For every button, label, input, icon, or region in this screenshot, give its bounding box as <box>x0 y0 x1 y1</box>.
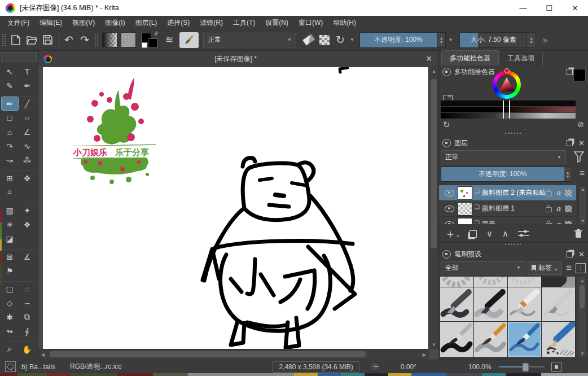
minimize-button[interactable]: — <box>510 0 536 16</box>
alpha-lock-icon[interactable] <box>565 221 572 225</box>
magic-wand-select-tool[interactable]: ✱ <box>1 310 19 324</box>
swap-colors-icon[interactable]: ⇄ <box>153 29 160 36</box>
ellipse-tool[interactable]: ○ <box>19 111 36 125</box>
canvas-vertical-scrollbar[interactable]: ▲ ▼ <box>428 67 438 349</box>
current-color-swatch[interactable] <box>573 69 586 81</box>
value-bar-handle[interactable] <box>503 100 510 119</box>
alpha-lock-icon[interactable] <box>565 206 572 212</box>
layer-row[interactable]: ❏ 背景 α <box>439 217 576 224</box>
layer-blending-mode-dropdown[interactable]: 正常 ▼ <box>441 150 566 164</box>
layer-thumbnail[interactable] <box>458 218 472 225</box>
color-sampler-tool[interactable]: ✦ <box>19 203 36 217</box>
brush-size-spinner[interactable]: ▲▼ <box>527 32 536 48</box>
pattern-chooser[interactable] <box>121 32 136 47</box>
brush-menu-icon[interactable]: ≡ <box>564 263 573 274</box>
blending-mode-dropdown[interactable]: 正常 ▼ <box>203 33 296 47</box>
polyline-tool[interactable]: ∠ <box>19 125 36 139</box>
menu-item[interactable]: 选择(S) <box>162 16 195 29</box>
transform-tool[interactable]: ⊞ <box>1 171 19 185</box>
toolbar-overflow-button[interactable]: » <box>537 33 553 47</box>
calligraphy-tool[interactable]: ✒ <box>19 78 36 93</box>
layer-name[interactable]: 颜料图层 1 <box>482 204 546 213</box>
display-settings-icon[interactable]: ⋮ <box>576 263 586 273</box>
alpha-inherit-icon[interactable]: α <box>556 189 561 197</box>
layer-row[interactable]: ❏ 颜料图层 1 α <box>439 201 576 217</box>
menu-item[interactable]: 图层(L) <box>130 16 163 29</box>
colorize-mask-tool[interactable]: ✳ <box>1 217 19 231</box>
line-tool[interactable]: ╱ <box>19 97 36 111</box>
layer-opacity-slider[interactable]: 不透明度: 100% <box>441 167 565 182</box>
statusbar-angle[interactable]: 0.00° <box>401 363 416 371</box>
subwindow-close-button[interactable]: ✕ <box>419 54 438 63</box>
statusbar-zoom-level[interactable]: 100.0% <box>468 363 492 371</box>
alpha-lock-icon[interactable] <box>565 190 572 196</box>
opacity-dropdown-arrow[interactable]: ▼ <box>446 33 455 47</box>
statusbar-color-profile[interactable]: RGB/透明...rc.icc <box>70 362 121 371</box>
measure-tool[interactable]: ∡ <box>19 250 36 264</box>
brush-preset-brush-filbert[interactable] <box>474 322 507 357</box>
brush-preset-airbrush[interactable] <box>542 277 575 287</box>
brush-panel-header[interactable]: 笔刷预设 ✕ <box>439 248 588 260</box>
gradient-tool[interactable]: ▧ <box>1 203 19 217</box>
menu-item[interactable]: 设置(N) <box>260 16 293 29</box>
open-document-button[interactable] <box>24 33 40 47</box>
zoom-fit-button[interactable] <box>551 362 561 372</box>
reload-brush-button[interactable]: ↻ <box>332 33 348 47</box>
layer-thumbnail[interactable] <box>458 202 472 216</box>
alpha-inherit-icon[interactable]: α <box>556 204 561 213</box>
move-tool[interactable]: ✥ <box>19 171 36 185</box>
edit-brush-settings-button[interactable] <box>179 32 199 48</box>
bezier-select-tool[interactable]: ↬ <box>1 324 19 338</box>
zoom-tool[interactable]: ⌕ <box>1 342 19 356</box>
brush-preset-brush-detail[interactable] <box>508 322 541 357</box>
canvas-horizontal-scrollbar[interactable]: ◀ ▶ <box>38 349 429 360</box>
float-docker-icon[interactable] <box>567 140 573 146</box>
edit-shapes-tool[interactable]: ✎ <box>1 78 19 93</box>
assistants-tool[interactable]: ⊠ <box>1 250 19 264</box>
layer-visibility-icon[interactable] <box>445 190 454 196</box>
layers-panel-header[interactable]: 图层 ✕ <box>439 137 588 149</box>
menu-item[interactable]: 图像(I) <box>100 16 130 29</box>
opacity-spinner[interactable]: ▲▼ <box>437 32 446 48</box>
brush-preset-pen-dark[interactable] <box>440 287 473 321</box>
crop-tool[interactable]: ⌗ <box>1 185 19 199</box>
polygon-tool[interactable]: ⌂ <box>1 125 19 139</box>
color-triangle[interactable] <box>499 77 515 91</box>
selection-display-icon[interactable] <box>5 361 16 372</box>
layer-filter-icon[interactable] <box>573 151 585 163</box>
brush-filter-dropdown[interactable]: 全部 ▼ <box>441 261 525 274</box>
splitter-handle[interactable]: •••••• <box>439 132 588 137</box>
rectangle-tool[interactable]: □ <box>1 111 19 125</box>
smart-patch-tool[interactable]: ❖ <box>19 217 36 231</box>
layer-lock-icon[interactable] <box>546 191 552 196</box>
toolbar-grip[interactable] <box>2 33 6 47</box>
subwindow-titlebar[interactable]: [未保存图像] * ✕ <box>38 51 438 67</box>
canvas[interactable]: 小刀娱乐 乐于分享 <box>43 67 428 349</box>
brush-preset-pen-silver[interactable] <box>542 287 575 321</box>
menu-item[interactable]: 滤镜(R) <box>195 16 228 29</box>
refresh-colors-icon[interactable]: ↻ <box>443 120 450 130</box>
tab-advanced-color-selector[interactable]: 多功能拾色器 <box>441 50 499 65</box>
pan-tool[interactable]: ✋ <box>19 342 36 356</box>
fill-tool[interactable]: ◪ <box>1 231 19 246</box>
no-color-icon[interactable]: ⊘ <box>577 120 584 129</box>
undo-button[interactable]: ↶ <box>61 33 77 47</box>
background-color-swatch[interactable] <box>148 38 157 48</box>
brush-preset-brush-wet[interactable] <box>440 322 473 357</box>
similar-select-tool[interactable]: ⧉ <box>19 310 36 324</box>
brush-size-slider[interactable]: 大小: 7.50 像素 <box>459 32 527 48</box>
layer-options-menu-icon[interactable]: ≡ <box>580 168 585 178</box>
layer-name[interactable]: 颜料图层 2 (来自粘贴) <box>482 188 546 198</box>
brush-preset-pen-ink[interactable] <box>508 287 541 321</box>
tags-button[interactable]: 标签 ▼ <box>528 261 562 275</box>
brush-preset-smudge-c[interactable] <box>508 277 541 287</box>
bezier-curve-tool[interactable]: ↷ <box>1 139 19 153</box>
layer-row[interactable]: ❏ 颜料图层 2 (来自粘贴) α <box>439 185 576 201</box>
preserve-alpha-button[interactable] <box>317 33 332 47</box>
duplicate-layer-button[interactable] <box>469 230 477 238</box>
lock-docker-icon[interactable] <box>442 68 451 76</box>
brush-preset-marker-black[interactable] <box>474 287 507 321</box>
toolbox-header[interactable] <box>1 52 37 62</box>
move-layer-down-button[interactable]: ∨ <box>486 229 493 239</box>
layer-lock-icon[interactable] <box>546 207 552 212</box>
